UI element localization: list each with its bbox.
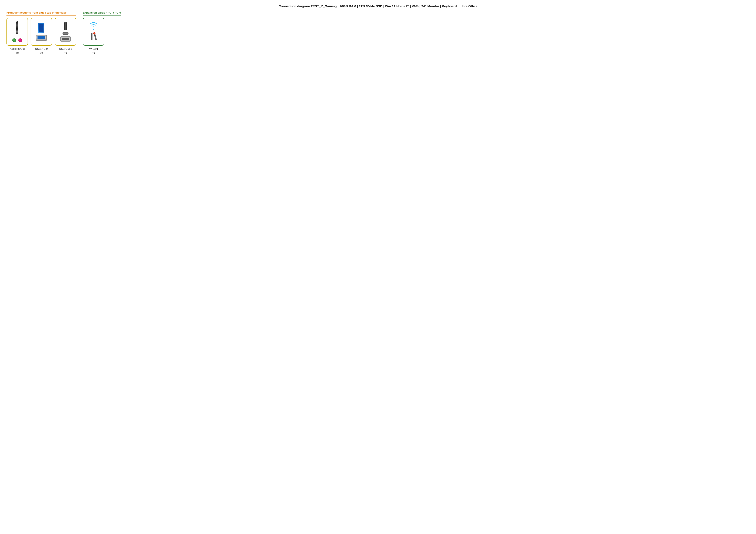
front-cards-row: Audio In/Out 1x USB-A 3.0 2x [7,18,76,55]
card-wlan-image [83,18,104,46]
audio-jack [16,21,18,34]
card-wlan-label: W-LAN 1x [89,47,98,55]
expansion-cards-row: W-LAN 1x [83,18,121,55]
card-usbc-label: USB-C 3.1 1x [59,47,72,55]
antenna-group [91,33,96,40]
audio-dots [12,38,22,42]
section-front-header: Front connections front side / top of th… [7,11,76,15]
usba-icon [33,20,50,43]
antenna-left [91,33,93,40]
audio-dot-green [12,38,16,42]
card-usba-image [31,18,52,46]
usba-plug [39,23,44,33]
wifi-symbol [88,23,99,31]
card-wlan: W-LAN 1x [83,18,104,55]
card-usba-label: USB-A 3.0 2x [35,47,48,55]
audio-dot-pink [18,38,22,42]
card-usbc: USB-C 3.1 1x [55,18,76,55]
sections-wrapper: Front connections front side / top of th… [7,11,749,55]
usbc-cable [64,22,67,30]
usbc-port-inner [62,38,69,40]
usbc-icon [57,20,74,43]
usbc-head [63,32,68,35]
wifi-dot [93,29,94,30]
section-front: Front connections front side / top of th… [7,11,76,55]
audio-icon [9,20,26,43]
section-expansion: Expansion cards - PCI / PCIe [83,11,121,55]
section-expansion-header: Expansion cards - PCI / PCIe [83,11,121,15]
wlan-icon [85,20,102,43]
card-audio: Audio In/Out 1x [7,18,28,55]
card-audio-label: Audio In/Out 1x [10,47,25,55]
card-usba: USB-A 3.0 2x [31,18,52,55]
usbc-port [60,37,71,41]
card-audio-image [7,18,28,46]
page-title: Connection diagram TEST_Y_Gaming | 16GB … [7,4,749,8]
antenna-right [94,33,97,40]
card-usbc-image [55,18,76,46]
usba-port [36,35,47,41]
